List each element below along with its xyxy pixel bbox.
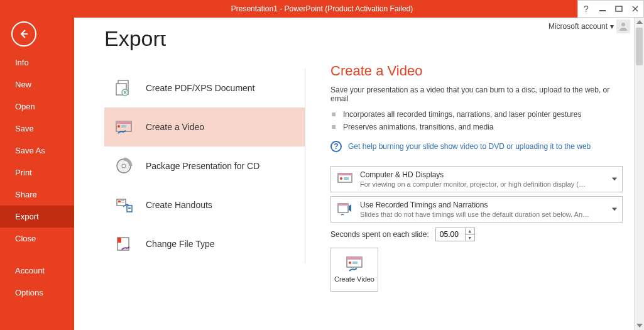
window-controls: ? <box>577 0 644 18</box>
panel-bullets: Incorporates all recorded timings, narra… <box>330 108 623 133</box>
svg-point-14 <box>122 164 126 168</box>
help-icon: ? <box>330 141 342 152</box>
maximize-button[interactable] <box>611 1 627 17</box>
video-icon <box>344 255 364 273</box>
create-video-label: Create Video <box>334 275 374 283</box>
seconds-spinner[interactable]: ▲ ▼ <box>435 228 475 241</box>
sidebar-item-info[interactable]: Info <box>0 52 74 74</box>
pdf-document-icon <box>113 77 134 99</box>
svg-rect-16 <box>118 201 121 202</box>
chevron-down-icon <box>612 208 617 211</box>
vertical-scrollbar[interactable] <box>634 18 644 330</box>
svg-point-11 <box>117 125 120 128</box>
export-option-label: Package Presentation for CD <box>146 161 259 171</box>
spinner-down-button[interactable]: ▼ <box>466 235 474 241</box>
panel-description: Save your presentation as a video that y… <box>330 85 623 103</box>
svg-rect-25 <box>338 173 352 175</box>
minimize-button[interactable] <box>594 1 611 17</box>
display-icon <box>336 170 354 188</box>
sidebar-item-save[interactable]: Save <box>0 118 74 140</box>
export-option-create-video[interactable]: Create a Video <box>104 107 305 146</box>
timings-icon <box>336 201 354 218</box>
sidebar-item-export[interactable]: Export <box>0 206 74 228</box>
svg-rect-27 <box>344 177 349 180</box>
export-option-change-file-type[interactable]: Change File Type <box>104 224 305 263</box>
export-option-label: Create PDF/XPS Document <box>146 83 255 93</box>
sidebar-item-print[interactable]: Print <box>0 162 74 184</box>
dropdown-title: Use Recorded Timings and Narrations <box>360 201 592 209</box>
timings-narrations-dropdown[interactable]: Use Recorded Timings and Narrations Slid… <box>330 196 623 223</box>
account-label: Microsoft account <box>548 22 608 31</box>
help-button[interactable]: ? <box>578 1 594 17</box>
chevron-down-icon <box>612 178 617 181</box>
export-options-list: Create PDF/XPS Document Create a Video P… <box>104 69 305 263</box>
window-title: Presentation1 - PowerPoint (Product Acti… <box>231 4 413 13</box>
svg-rect-18 <box>121 202 124 202</box>
svg-rect-12 <box>121 125 126 128</box>
scrollbar-thumb[interactable] <box>636 28 643 65</box>
svg-point-5 <box>621 23 625 26</box>
account-menu[interactable]: Microsoft account ▾ <box>548 19 630 33</box>
svg-point-26 <box>340 177 342 180</box>
export-option-pdf-xps[interactable]: Create PDF/XPS Document <box>104 69 305 107</box>
export-option-package-cd[interactable]: Package Presentation for CD <box>104 146 305 185</box>
change-file-type-icon <box>113 233 134 255</box>
sidebar-item-open[interactable]: Open <box>0 96 74 118</box>
svg-rect-31 <box>347 257 362 260</box>
cd-icon <box>113 155 134 177</box>
video-quality-dropdown[interactable]: Computer & HD Displays For viewing on a … <box>330 166 623 192</box>
spinner-up-button[interactable]: ▲ <box>466 228 474 235</box>
svg-point-32 <box>349 261 351 264</box>
create-video-button[interactable]: Create Video <box>330 248 378 292</box>
export-option-label: Create Handouts <box>146 200 212 210</box>
sidebar-item-share[interactable]: Share <box>0 184 74 206</box>
panel-title: Create a Video <box>330 63 623 79</box>
help-link[interactable]: Get help burning your slide show video t… <box>348 142 591 151</box>
back-button[interactable] <box>11 21 36 47</box>
titlebar: Presentation1 - PowerPoint (Product Acti… <box>0 0 644 18</box>
export-option-label: Change File Type <box>146 239 214 249</box>
handouts-icon <box>113 194 134 216</box>
svg-rect-33 <box>352 261 357 264</box>
sidebar-item-options[interactable]: Options <box>0 282 74 304</box>
sidebar-item-save-as[interactable]: Save As <box>0 140 74 162</box>
backstage-sidebar: Info New Open Save Save As Print Share E… <box>0 18 74 330</box>
avatar-icon <box>616 19 630 33</box>
export-details-panel: Create a Video Save your presentation as… <box>305 26 634 330</box>
export-option-create-handouts[interactable]: Create Handouts <box>104 185 305 224</box>
seconds-label: Seconds spent on each slide: <box>330 230 429 239</box>
dropdown-subtitle: For viewing on a computer monitor, proje… <box>360 180 586 188</box>
sidebar-item-new[interactable]: New <box>0 74 74 96</box>
content-area: Microsoft account ▾ Export <box>74 18 644 330</box>
bullet-item: Incorporates all recorded timings, narra… <box>330 108 623 121</box>
svg-rect-1 <box>616 6 622 11</box>
sidebar-item-account[interactable]: Account <box>0 260 74 282</box>
close-button[interactable] <box>627 1 643 17</box>
svg-rect-21 <box>128 208 131 209</box>
seconds-input[interactable] <box>436 228 465 241</box>
video-icon <box>113 116 134 138</box>
svg-rect-23 <box>117 238 121 243</box>
bullet-item: Preserves animations, transitions, and m… <box>330 121 623 133</box>
svg-rect-20 <box>128 207 131 207</box>
export-option-label: Create a Video <box>146 122 204 132</box>
svg-rect-10 <box>116 121 131 124</box>
svg-rect-17 <box>121 201 124 201</box>
dropdown-subtitle: Slides that do not have timings will use… <box>360 211 592 218</box>
chevron-down-icon: ▾ <box>610 22 614 31</box>
sidebar-item-close[interactable]: Close <box>0 228 74 250</box>
dropdown-title: Computer & HD Displays <box>360 170 586 179</box>
svg-rect-29 <box>338 204 348 206</box>
